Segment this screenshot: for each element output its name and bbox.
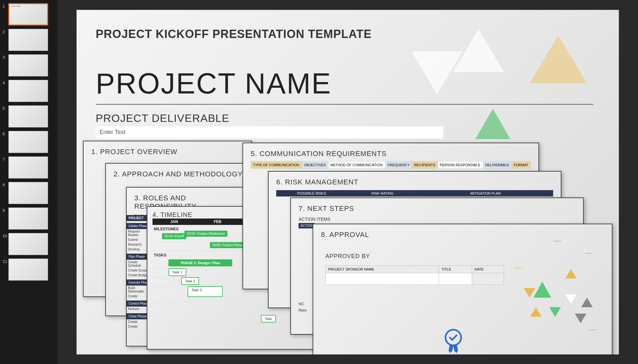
deliverable-input[interactable]: Enter Text xyxy=(96,126,443,138)
thumb-number: 10 xyxy=(3,233,8,238)
slide-thumbnail-8[interactable] xyxy=(8,182,48,204)
triangle-decoration-icon xyxy=(453,29,504,72)
thumb-number: 5 xyxy=(3,105,8,111)
task-bar[interactable]: Task 1 xyxy=(168,268,186,276)
thumb-number: 2 xyxy=(3,29,8,34)
slide-thumbnail-6[interactable] xyxy=(8,131,48,153)
triangle-decoration-icon xyxy=(585,253,593,261)
triangle-decoration-icon xyxy=(515,261,523,269)
slide-thumbnail-4[interactable] xyxy=(8,80,48,102)
slide-1[interactable]: PROJECT KICKOFF PRESENTATION TEMPLATE PR… xyxy=(77,10,619,354)
task-bar[interactable]: Task 3 xyxy=(188,286,223,297)
slide-thumbnail-2[interactable] xyxy=(8,29,48,51)
task-bar[interactable]: Task xyxy=(261,315,276,323)
triangle-decoration-icon xyxy=(524,288,535,298)
milestone-bar[interactable]: 01/16: Kickoff xyxy=(162,233,186,239)
triangle-decoration-icon xyxy=(533,282,551,298)
card-title: 5. COMMUNICATION REQUIREMENTS xyxy=(251,150,531,158)
triangle-decoration-icon xyxy=(581,298,593,307)
card-approval[interactable]: 8. APPROVAL APPROVED BY PROJECT SPONSOR … xyxy=(313,224,612,354)
communication-table: TYPE OF COMMUNICATIONOBJECTIVESMETHOD OF… xyxy=(251,161,531,169)
risk-header-row: POSSIBLE RISKSRISK RATINGMITIGATION PLAN xyxy=(276,190,553,197)
thumb-number: 9 xyxy=(3,207,8,213)
slide-canvas-area: PROJECT KICKOFF PRESENTATION TEMPLATE PR… xyxy=(57,0,638,364)
triangle-decoration-icon xyxy=(588,330,596,337)
thumb-number: 1 xyxy=(3,3,8,9)
triangle-decoration-icon xyxy=(565,269,577,279)
triangle-decoration-icon xyxy=(549,307,561,317)
triangle-decoration-icon xyxy=(553,234,561,241)
slide-thumbnail-11[interactable] xyxy=(8,258,48,281)
card-title: 1. PROJECT OVERVIEW xyxy=(91,148,244,156)
approval-footer-label: APPROVAL xyxy=(588,354,608,354)
slide-header[interactable]: PROJECT KICKOFF PRESENTATION TEMPLATE xyxy=(96,27,372,41)
action-items-label: ACTION ITEMS xyxy=(299,217,575,222)
card-title: 2. APPROACH AND METHODOLOGY xyxy=(114,170,263,178)
slide-thumbnail-3[interactable] xyxy=(8,54,48,77)
approval-table[interactable]: PROJECT SPONSOR NAMETITLEDATE xyxy=(325,265,504,285)
milestone-bar[interactable]: 05/05: Finalize Plans xyxy=(210,242,245,248)
title-underline xyxy=(96,104,593,105)
slide-thumbnail-5[interactable] xyxy=(8,105,48,128)
milestone-bar[interactable]: 02/20: Finalize Wireframes xyxy=(184,231,227,237)
slide-title[interactable]: PROJECT NAME xyxy=(96,67,331,100)
triangle-decoration-icon xyxy=(530,307,542,317)
thumb-number: 7 xyxy=(3,156,8,162)
thumb-number: 3 xyxy=(3,54,8,60)
slide-subtitle[interactable]: PROJECT DELIVERABLE xyxy=(96,112,229,124)
triangle-decoration-icon xyxy=(475,109,510,139)
thumb-number: 11 xyxy=(3,258,8,264)
slide-thumbnail-panel: 1PROJECT NAME 2 3 4 5 6 7 8 9 10 11 xyxy=(0,0,57,364)
triangle-decoration-icon xyxy=(575,314,586,323)
slide-thumbnail-10[interactable] xyxy=(8,233,48,255)
triangle-decoration-icon xyxy=(565,294,577,304)
task-bar[interactable]: Task 2 xyxy=(181,277,199,285)
slide-thumbnail-9[interactable] xyxy=(8,207,48,230)
action-header: ACTION xyxy=(299,223,315,228)
card-title: 7. NEXT STEPS xyxy=(299,204,575,213)
thumb-number: 8 xyxy=(3,182,8,187)
thumb-number: 6 xyxy=(3,131,8,136)
thumb-number: 4 xyxy=(3,80,8,85)
phase-bar[interactable]: PHASE 1: Design / Plan xyxy=(168,259,232,266)
slide-thumbnail-1[interactable]: PROJECT NAME xyxy=(8,3,48,26)
slide-thumbnail-7[interactable] xyxy=(8,156,48,179)
triangle-decoration-icon xyxy=(530,35,587,83)
card-title: 6. RISK MANAGEMENT xyxy=(276,178,553,186)
approval-check-ribbon-icon xyxy=(445,329,462,354)
